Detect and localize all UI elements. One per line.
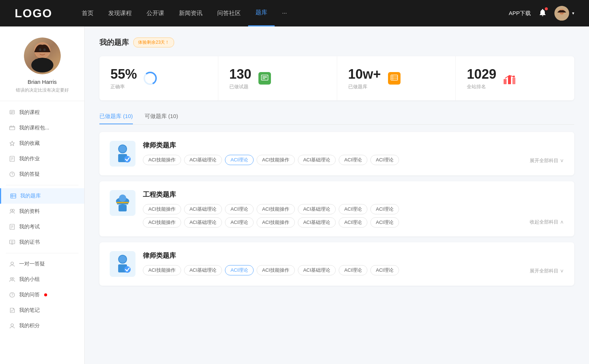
- sidebar-label-my-favorites: 我的收藏: [19, 140, 40, 147]
- qbank-card-1-tags-row2: ACI技能操作 ACI基础理论 ACI理论 ACI技能操作 ACI基础理论 AC…: [143, 217, 564, 228]
- tag-2-5[interactable]: ACI理论: [339, 265, 367, 275]
- qbank-card-1: 工程类题库 ACI技能操作 ACI基础理论 ACI理论 ACI技能操作 ACI基…: [99, 181, 574, 236]
- sidebar-item-my-homework[interactable]: 我的作业: [0, 151, 84, 167]
- app-download-button[interactable]: APP下载: [509, 10, 531, 17]
- tab-done-banks[interactable]: 已做题库 (10): [99, 109, 133, 124]
- sidebar-label-my-courses: 我的课程: [19, 109, 40, 116]
- svg-point-40: [11, 262, 14, 265]
- tag-0-5[interactable]: ACI理论: [339, 155, 367, 165]
- tag-1-r2-2[interactable]: ACI理论: [225, 217, 254, 228]
- sidebar-label-my-questions: 我的问答: [19, 292, 40, 298]
- tag-1-3[interactable]: ACI技能操作: [257, 204, 295, 214]
- sidebar-item-my-materials[interactable]: 我的资料: [0, 204, 84, 219]
- tag-1-1[interactable]: ACI基础理论: [184, 204, 222, 214]
- stats-row: 55% 正确率 130 已做试题: [99, 56, 574, 100]
- nav-qbank[interactable]: 题库: [248, 0, 275, 26]
- qbank-card-1-tags-row: ACI技能操作 ACI基础理论 ACI理论 ACI技能操作 ACI基础理论 AC…: [143, 204, 564, 214]
- tag-2-3[interactable]: ACI技能操作: [257, 265, 295, 275]
- qbank-card-1-icon: [110, 190, 135, 216]
- svg-point-8: [39, 49, 41, 51]
- nav-open-course[interactable]: 公开课: [139, 0, 172, 26]
- svg-point-76: [124, 266, 131, 273]
- tag-1-r2-4[interactable]: ACI基础理论: [298, 217, 336, 228]
- qbank-card-0-icon: [110, 141, 135, 167]
- qbank-card-2-expand[interactable]: 展开全部科目 ∨: [530, 268, 564, 274]
- stat-banks-label: 已做题库: [348, 83, 381, 90]
- stat-done-label: 已做试题: [229, 83, 251, 90]
- svg-rect-70: [116, 202, 129, 203]
- svg-point-47: [11, 324, 14, 326]
- tag-1-4[interactable]: ACI基础理论: [298, 204, 336, 214]
- profile-section: Brian Harris 错误的决定比没有决定要好: [0, 26, 84, 101]
- lawyer2-icon: [113, 254, 132, 274]
- certs-icon: [9, 239, 15, 246]
- notification-bell[interactable]: [538, 8, 547, 18]
- sidebar-item-my-points[interactable]: 我的积分: [0, 318, 84, 333]
- tag-2-4[interactable]: ACI基础理论: [298, 265, 336, 275]
- divider-1: [6, 185, 78, 185]
- tag-2-1[interactable]: ACI基础理论: [184, 265, 222, 275]
- qbank-card-2-title: 律师类题库: [143, 251, 564, 260]
- sidebar-item-my-exams[interactable]: 我的考试: [0, 219, 84, 235]
- tag-1-5[interactable]: ACI理论: [339, 204, 367, 214]
- profile-avatar[interactable]: [24, 38, 61, 74]
- packages-icon: [9, 125, 15, 131]
- sidebar-item-my-courses[interactable]: 我的课程: [0, 105, 84, 120]
- tag-1-r2-1[interactable]: ACI基础理论: [184, 217, 222, 228]
- svg-point-65: [119, 145, 126, 153]
- page-title-bar: 我的题库 体验剩余23天！: [99, 38, 574, 47]
- tag-2-6[interactable]: ACI理论: [370, 265, 399, 275]
- nav-qa[interactable]: 问答社区: [210, 0, 248, 26]
- svg-point-41: [10, 278, 12, 279]
- sidebar-item-my-packages[interactable]: 我的课程包...: [0, 120, 84, 136]
- tab-available-banks[interactable]: 可做题库 (10): [145, 109, 178, 124]
- qbank-card-0-header: 律师类题库 ACI技能操作 ACI基础理论 ACI理论 ACI技能操作 ACI基…: [110, 141, 564, 167]
- stat-banks-text: 10w+ 已做题库: [348, 67, 381, 90]
- tag-0-3[interactable]: ACI技能操作: [257, 155, 295, 165]
- avatar[interactable]: [554, 6, 569, 21]
- qbank-card-1-header: 工程类题库 ACI技能操作 ACI基础理论 ACI理论 ACI技能操作 ACI基…: [110, 190, 564, 228]
- tag-0-2-active[interactable]: ACI理论: [225, 155, 254, 165]
- qbank-card-0-expand[interactable]: 展开全部科目 ∨: [530, 157, 564, 164]
- tag-0-1[interactable]: ACI基础理论: [184, 155, 222, 165]
- tag-1-0[interactable]: ACI技能操作: [143, 204, 181, 214]
- sidebar-item-my-qa[interactable]: ? 我的答疑: [0, 167, 84, 182]
- tag-2-2-active[interactable]: ACI理论: [225, 265, 254, 275]
- svg-point-72: [119, 195, 126, 202]
- qbank-card-1-collapse[interactable]: 收起全部科目 ∧: [530, 219, 564, 228]
- sidebar-item-my-questions[interactable]: ? 我的问答: [0, 287, 84, 303]
- tag-1-r2-5[interactable]: ACI理论: [339, 217, 367, 228]
- tag-1-r2-0[interactable]: ACI技能操作: [143, 217, 181, 228]
- sidebar-label-my-homework: 我的作业: [19, 156, 40, 162]
- sidebar-item-my-favorites[interactable]: 我的收藏: [0, 136, 84, 151]
- qbank-card-0-title: 律师类题库: [143, 141, 564, 150]
- sidebar-item-one-on-one[interactable]: 一对一答疑: [0, 256, 84, 272]
- tag-1-2[interactable]: ACI理论: [225, 204, 254, 214]
- logo[interactable]: LOGO: [15, 7, 52, 20]
- tag-1-6[interactable]: ACI理论: [370, 204, 399, 214]
- sidebar-item-my-notes[interactable]: 我的笔记: [0, 303, 84, 318]
- tag-0-6[interactable]: ACI理论: [370, 155, 399, 165]
- sidebar-label-my-qbank: 我的题库: [20, 193, 41, 199]
- sidebar-item-my-certs[interactable]: 我的证书: [0, 235, 84, 250]
- qbank-card-1-tags: ACI技能操作 ACI基础理论 ACI理论 ACI技能操作 ACI基础理论 AC…: [143, 204, 564, 228]
- tag-0-4[interactable]: ACI基础理论: [298, 155, 336, 165]
- nav-more[interactable]: ···: [275, 0, 294, 26]
- sidebar-item-my-qbank[interactable]: 我的题库: [0, 188, 84, 204]
- nav-courses[interactable]: 发现课程: [101, 0, 139, 26]
- divider-2: [6, 253, 78, 253]
- sidebar-label-my-materials: 我的资料: [19, 208, 40, 215]
- tag-1-r2-6[interactable]: ACI理论: [370, 217, 399, 228]
- tag-2-0[interactable]: ACI技能操作: [143, 265, 181, 275]
- svg-point-62: [513, 76, 515, 78]
- stat-banks-value: 10w+: [348, 67, 381, 82]
- tag-1-r2-3[interactable]: ACI技能操作: [257, 217, 295, 228]
- sidebar-label-my-notes: 我的笔记: [19, 307, 40, 314]
- user-chevron[interactable]: ▾: [572, 11, 574, 16]
- tag-0-0[interactable]: ACI技能操作: [143, 155, 181, 165]
- qbank-card-2-icon: [110, 251, 135, 277]
- nav-home[interactable]: 首页: [74, 0, 101, 26]
- user-area[interactable]: ▾: [554, 6, 574, 21]
- nav-news[interactable]: 新闻资讯: [172, 0, 210, 26]
- sidebar-item-my-group[interactable]: 我的小组: [0, 272, 84, 287]
